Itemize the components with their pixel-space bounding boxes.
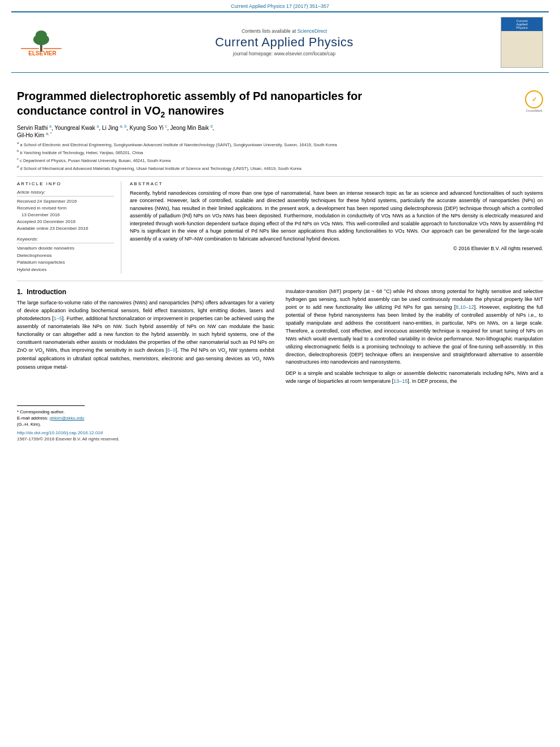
sciencedirect-link[interactable]: ScienceDirect: [298, 28, 327, 34]
right-paragraph1: insulator-transition (MIT) property (at …: [286, 288, 543, 366]
available-date: Available online 23 December 2016: [17, 225, 114, 232]
journal-homepage: journal homepage: www.elsevier.com/locat…: [68, 51, 501, 56]
affiliation-b: b b Yanching Institute of Technology, He…: [17, 148, 543, 156]
received-date: Received 24 September 2016: [17, 198, 114, 205]
affiliation-d: d d School of Mechanical and Advanced Ma…: [17, 164, 543, 172]
abstract-column: ABSTRACT Recently, hybrid nanodevices co…: [130, 181, 543, 274]
journal-cover-image: CurrentAppliedPhysics: [501, 17, 543, 68]
abstract-text: Recently, hybrid nanodevices consisting …: [130, 190, 543, 243]
issn-line: 1567-1739/© 2016 Elsevier B.V. All right…: [17, 436, 274, 442]
footnotes-section: * Corresponding author. E-mail address: …: [17, 405, 274, 442]
email-link[interactable]: ghkim@skku.edu: [50, 416, 84, 421]
keywords-label: Keywords:: [17, 237, 114, 243]
history-label: Article history:: [17, 190, 114, 196]
crossmark-badge: ✓ CrossMark: [525, 90, 543, 112]
keyword-2: Dielectrophoresis: [17, 252, 114, 260]
paper-title: Programmed dielectrophoretic assembly of…: [17, 89, 543, 120]
keyword-4: Hybrid devices: [17, 267, 114, 274]
body-section: 1. Introduction The large surface-to-vol…: [17, 288, 543, 442]
abstract-copyright: © 2016 Elsevier B.V. All rights reserved…: [130, 246, 543, 251]
affiliations: a a School of Electronic and Electrical …: [17, 141, 543, 172]
introduction-heading: 1. Introduction: [17, 288, 274, 296]
corresponding-author: * Corresponding author.: [17, 409, 85, 415]
introduction-paragraph1: The large surface-to-volume ratio of the…: [17, 299, 274, 372]
received-revised-label: Received in revised form: [17, 205, 114, 212]
svg-point-2: [36, 30, 47, 40]
right-paragraph2: DEP is a simple and scalable technique t…: [286, 370, 543, 386]
accepted-date: Accepted 20 December 2016: [17, 219, 114, 225]
email-line: E-mail address: ghkim@skku.edu (G.-H. Ki…: [17, 415, 85, 427]
journal-header: ELSEVIER Contents lists available at Sci…: [11, 11, 549, 73]
paper-content: ✓ CrossMark Programmed dielectrophoretic…: [17, 73, 543, 442]
abstract-label: ABSTRACT: [130, 181, 543, 186]
received-revised-date: 13 December 2016: [17, 212, 114, 219]
authors-line: Servin Rathi a, Youngreal Kwak a, Li Jin…: [17, 124, 543, 138]
section-divider: [17, 281, 543, 281]
article-info-abstract-section: ARTICLE INFO Article history: Received 2…: [17, 176, 543, 274]
body-right-column: insulator-transition (MIT) property (at …: [286, 288, 543, 442]
article-info-label: ARTICLE INFO: [17, 181, 114, 186]
article-info-column: ARTICLE INFO Article history: Received 2…: [17, 181, 121, 274]
elsevier-logo: ELSEVIER: [17, 27, 68, 58]
elsevier-logo-svg: ELSEVIER: [19, 27, 67, 58]
affiliation-a: a a School of Electronic and Electrical …: [17, 141, 543, 148]
svg-text:ELSEVIER: ELSEVIER: [28, 50, 56, 56]
affiliation-c: c c Department of Physics, Pusan Nationa…: [17, 156, 543, 164]
journal-title: Current Applied Physics: [68, 35, 501, 50]
keyword-3: Palladium nanoparticles: [17, 259, 114, 267]
sciencedirect-line: Contents lists available at ScienceDirec…: [68, 28, 501, 34]
journal-header-center: Contents lists available at ScienceDirec…: [68, 28, 501, 56]
body-left-column: 1. Introduction The large surface-to-vol…: [17, 288, 274, 442]
journal-reference: Current Applied Physics 17 (2017) 351–35…: [0, 0, 560, 11]
keyword-1: Vanadium dioxide nanowires: [17, 245, 114, 252]
doi-line: http://dx.doi.org/10.1016/j.cap.2016.12.…: [17, 430, 274, 435]
